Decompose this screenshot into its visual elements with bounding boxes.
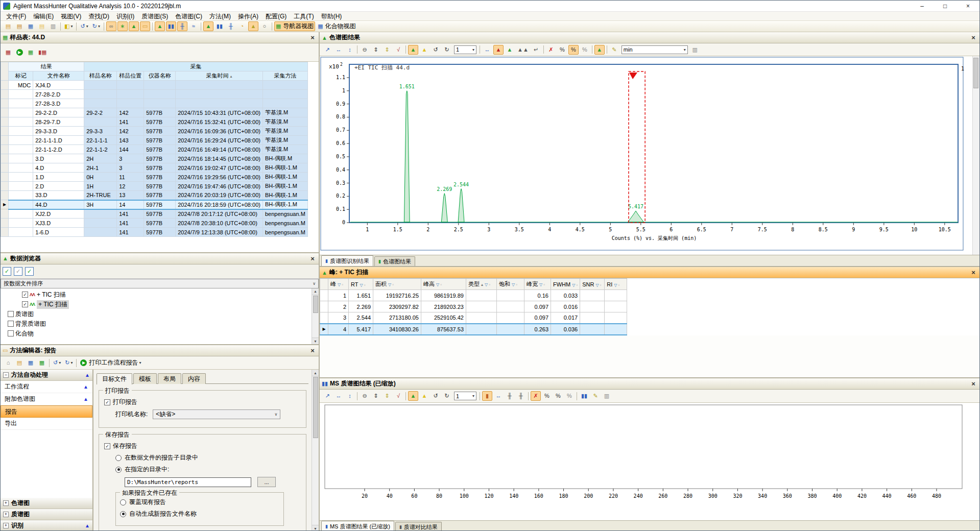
sample-row-28-29-7.D[interactable]: 28-29-7.D1415977B2024/7/16 15:32:41 (UTC…: [1, 117, 308, 127]
nav-item-导出[interactable]: 导出: [1, 418, 92, 430]
grid-a-icon[interactable]: ╫: [505, 391, 515, 401]
peak-table-icon[interactable]: ▲: [594, 45, 605, 55]
save-subdir-radio[interactable]: [115, 455, 122, 461]
save-icon[interactable]: ▦: [26, 21, 36, 31]
pin-icon[interactable]: ▫: [392, 282, 394, 287]
expand-icon[interactable]: +: [3, 523, 9, 528]
tree-item-5[interactable]: 化合物: [5, 329, 319, 339]
pin-icon[interactable]: ▫: [516, 282, 517, 287]
pin-icon[interactable]: ▫: [618, 283, 619, 287]
scale-edit-icon[interactable]: ⇕: [382, 391, 392, 401]
sample-table-close-icon[interactable]: ×: [308, 34, 317, 41]
collapse-icon[interactable]: −: [3, 372, 9, 378]
sample-row-44.D[interactable]: ▶44.D3H145977B2024/7/16 20:18:59 (UTC+08…: [1, 200, 308, 209]
menu-item-4[interactable]: 查找(D): [85, 12, 113, 21]
spectrum-table-icon[interactable]: ▮▮: [579, 391, 589, 401]
manual-extract-icon[interactable]: √: [393, 391, 403, 401]
tree-item-1[interactable]: ✓ΛΛ+ TIC 扫描: [5, 290, 319, 300]
undo-icon[interactable]: ↺▾: [52, 358, 62, 368]
maximize-button[interactable]: □: [934, 1, 957, 12]
scroll-thumb[interactable]: [313, 296, 318, 313]
sample-row-1.D[interactable]: 1.D0H115977B2024/7/16 19:29:56 (UTC+08:0…: [1, 173, 308, 182]
ms-close-icon[interactable]: ×: [969, 380, 977, 388]
print-ms-icon[interactable]: ▥: [602, 391, 612, 401]
selection-box-icon[interactable]: ▲: [493, 45, 504, 55]
folder-icon[interactable]: ▤: [37, 21, 47, 31]
pin-icon[interactable]: ▫: [364, 283, 366, 287]
peak-row-2[interactable]: 22.2692309297.822189203.230.0970.016: [320, 301, 627, 312]
scroll-thumb[interactable]: [973, 58, 978, 88]
nav-section-色谱图[interactable]: +色谱图: [1, 498, 92, 509]
sample-columns-icon[interactable]: ▮▦: [37, 47, 48, 57]
nav-section-质谱图[interactable]: +质谱图: [1, 509, 92, 520]
pin-icon[interactable]: ▫: [600, 283, 602, 287]
print-report-checkbox-row[interactable]: ✓ 打印报告: [104, 398, 301, 406]
print-workflow-report-button[interactable]: ▶打印工作流程报告▾: [79, 358, 142, 368]
column-header-3[interactable]: 样品名称: [84, 71, 117, 81]
open-data-file-special-icon[interactable]: ▤: [14, 21, 25, 31]
scroll-down-icon[interactable]: ▼: [312, 337, 319, 344]
printer-name-select[interactable]: <缺省> ∨: [153, 409, 280, 419]
redo-zoom-icon[interactable]: ↻: [442, 45, 452, 55]
menu-item-8[interactable]: 方法(M): [206, 12, 234, 21]
scale-edit-icon[interactable]: ⇕: [382, 45, 392, 55]
undo-zoom-icon[interactable]: ↺: [431, 391, 441, 401]
peak-row-4[interactable]: ▶45.4173410830.26875637.530.2630.036: [320, 324, 627, 335]
chromatogram-display-icon[interactable]: ▲: [155, 21, 165, 31]
peaks-column-header-饱和[interactable]: 饱和▽▫: [497, 279, 524, 290]
filter-funnel-icon[interactable]: ▽: [388, 282, 391, 287]
redo-icon[interactable]: ↻▾: [63, 358, 74, 368]
x-unit-combo[interactable]: min▾: [622, 45, 688, 54]
menu-item-5[interactable]: 识别(I): [113, 12, 138, 21]
chromatogram-plot[interactable]: 00.10.20.30.40.50.60.70.80.911.111.522.5…: [320, 56, 971, 253]
fit-vertical-icon[interactable]: ⇕: [371, 45, 381, 55]
filter-funnel-icon[interactable]: ▽: [338, 282, 341, 287]
sample-row-XJ4.D[interactable]: MDCXJ4.D: [1, 81, 308, 90]
overwrite-radio-row[interactable]: 覆盖现有报告: [120, 498, 279, 506]
save-report-checkbox-row[interactable]: ✓ 保存报告: [104, 442, 301, 450]
sample-row-29-2-2.D[interactable]: 29-2-2.D29-2-21425977B2024/7/15 10:43:31…: [1, 108, 308, 117]
peaks-column-header-FWHM[interactable]: FWHM▽▫: [551, 279, 580, 290]
unchecked-checkbox[interactable]: [8, 321, 14, 327]
percent-percent-icon[interactable]: %: [553, 391, 563, 401]
compound-view-button[interactable]: ▦化合物视图: [316, 21, 357, 31]
link-icon[interactable]: ∞: [106, 21, 116, 31]
tab-色谱图结果[interactable]: ▮色谱图结果: [374, 256, 415, 266]
autoscale-x-icon[interactable]: ↔: [333, 45, 344, 55]
expand-icon[interactable]: +: [3, 512, 9, 517]
menu-item-7[interactable]: 色谱图(C): [172, 12, 206, 21]
column-header-5[interactable]: 仪器名称: [144, 71, 176, 81]
ms-plot[interactable]: 2040608010012014016018020022024026028030…: [320, 403, 971, 511]
peaks-column-header-峰宽[interactable]: 峰宽▽▫: [524, 279, 551, 290]
stick-display-icon[interactable]: ▮: [482, 391, 492, 401]
fill-color-icon[interactable]: ◧▾: [63, 21, 74, 31]
home-icon[interactable]: ⌂: [3, 358, 13, 368]
peaks-column-header-RT[interactable]: RT▽▫: [349, 279, 373, 290]
pan-diagonal-icon[interactable]: ↗: [322, 391, 332, 401]
percent-filter-icon[interactable]: %: [564, 391, 575, 401]
undo-icon[interactable]: ↺▾: [79, 21, 89, 31]
column-header-2[interactable]: 文件名称: [33, 71, 84, 81]
peaks-column-header-类型[interactable]: 类型▴▽▫: [466, 279, 497, 290]
integrate-peak-icon[interactable]: ▲: [505, 45, 515, 55]
autoscale-y-icon[interactable]: ↕: [345, 391, 355, 401]
scroll-up-icon[interactable]: ▲: [312, 288, 319, 295]
save-report-checkbox[interactable]: ✓: [104, 443, 110, 449]
pin-icon[interactable]: ▫: [576, 283, 578, 287]
manual-integrate-icon[interactable]: √: [393, 45, 403, 55]
check-single-icon[interactable]: ✓: [3, 267, 11, 276]
unchecked-checkbox[interactable]: [8, 311, 14, 317]
tree-item-3[interactable]: 质谱图: [5, 309, 319, 319]
fit-vertical-icon[interactable]: ⇕: [371, 391, 381, 401]
peaks-column-header-SNR[interactable]: SNR▽▫: [580, 279, 605, 290]
unchecked-checkbox[interactable]: [8, 330, 14, 336]
nav-section-识别[interactable]: +识别▲: [1, 520, 92, 531]
chromatogram-close-icon[interactable]: ×: [969, 34, 977, 41]
report-path-input[interactable]: D:\MassHunter\reports: [125, 477, 251, 487]
ms-plot-area[interactable]: 2040608010012014016018020022024026028030…: [320, 403, 979, 520]
save-dir-radio[interactable]: [115, 467, 122, 473]
menu-item-9[interactable]: 操作(A): [234, 12, 262, 21]
sample-row-XJ2.D[interactable]: XJ2.D1415977B2024/7/8 20:17:12 (UTC+08:0…: [1, 209, 308, 219]
method-tab-内容[interactable]: 内容: [182, 373, 206, 384]
time-clock-icon[interactable]: ◔: [237, 21, 247, 31]
